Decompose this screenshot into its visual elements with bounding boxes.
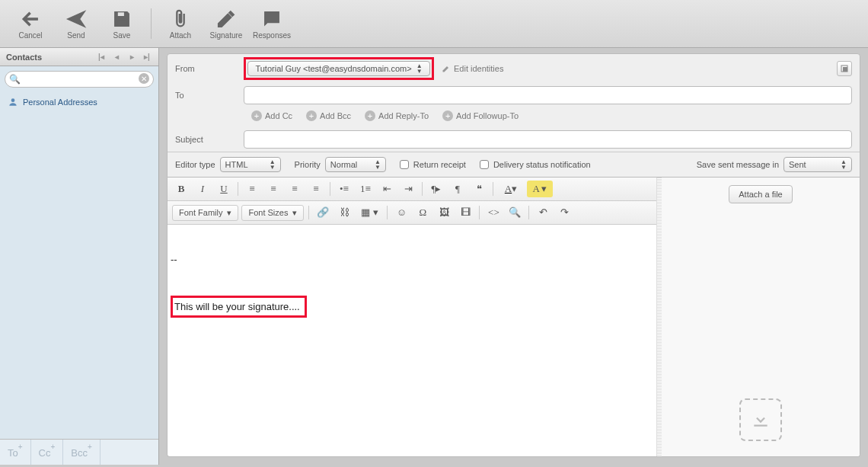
sidebar-footer: To+ Cc+ Bcc+ [0, 439, 158, 465]
save-in-select[interactable]: Sent ▲▼ [783, 157, 852, 172]
bullet-list-button[interactable]: •≡ [335, 181, 353, 197]
media-button[interactable]: 🎞 [456, 204, 474, 221]
dsn-checkbox[interactable] [480, 160, 489, 169]
options-row: Editor type HTML ▲▼ Priority Normal ▲▼ R… [168, 152, 860, 177]
subject-input[interactable] [244, 130, 852, 149]
signature-button[interactable]: Signature [203, 3, 249, 45]
nav-next-icon[interactable]: ▸ [126, 52, 137, 62]
underline-button[interactable]: U [215, 181, 233, 197]
align-left-button[interactable]: ≡ [243, 181, 261, 197]
contacts-sidebar: Contacts |◂ ◂ ▸ ▸| 🔍 ✕ Personal Addresse… [0, 48, 159, 465]
message-body[interactable]: -- This will be your signature.... [168, 225, 656, 456]
priority-select[interactable]: Normal ▲▼ [325, 157, 386, 172]
edit-identities-label: Edit identities [454, 64, 503, 73]
unlink-button[interactable]: ⛓ [335, 204, 353, 221]
edit-identities-link[interactable]: Edit identities [442, 64, 503, 73]
to-label: To [175, 91, 244, 100]
save-button[interactable]: Save [99, 3, 145, 45]
blockquote-button[interactable]: ❝ [470, 181, 488, 197]
rte-toolbar-2: Font Family▾ Font Sizes▾ 🔗 ⛓ ▦ ▾ ☺ Ω 🖼 🎞… [168, 201, 656, 225]
separator [528, 206, 529, 219]
sidebar-title: Contacts [6, 53, 42, 62]
separator [330, 182, 330, 196]
separator [308, 206, 309, 219]
sidebar-header: Contacts |◂ ◂ ▸ ▸| [0, 48, 158, 66]
ltr-button[interactable]: ¶▸ [427, 181, 445, 197]
add-header-links: +Add Cc +Add Bcc +Add Reply-To +Add Foll… [168, 107, 860, 127]
send-button[interactable]: Send [53, 3, 99, 45]
font-size-select[interactable]: Font Sizes▾ [241, 205, 304, 221]
select-arrows-icon: ▲▼ [270, 159, 276, 170]
return-receipt-checkbox[interactable] [400, 160, 409, 169]
paperclip-icon [170, 8, 191, 30]
align-justify-button[interactable]: ≡ [307, 181, 325, 197]
number-list-button[interactable]: 1≡ [356, 181, 375, 197]
nav-prev-icon[interactable]: ◂ [111, 52, 122, 62]
redo-button[interactable]: ↷ [555, 204, 573, 221]
from-highlight: Tutorial Guy <test@easydnsdomain.com> ▲▼ [244, 57, 434, 80]
table-button[interactable]: ▦ ▾ [356, 204, 382, 221]
pencil-icon [442, 64, 451, 73]
italic-button[interactable]: I [193, 181, 212, 197]
addressbook-list: Personal Addresses [0, 92, 158, 439]
drop-zone[interactable] [739, 398, 782, 441]
indent-button[interactable]: ⇥ [399, 181, 417, 197]
nav-first-icon[interactable]: |◂ [96, 52, 107, 62]
rte-toolbar-1: B I U ≡ ≡ ≡ ≡ •≡ 1≡ ⇤ ⇥ ¶▸ ¶ ❝ [168, 178, 656, 201]
nav-last-icon[interactable]: ▸| [142, 52, 152, 62]
svg-point-0 [11, 98, 15, 102]
to-input[interactable] [244, 86, 852, 104]
search-input[interactable] [5, 71, 154, 88]
editor-type-label: Editor type [175, 160, 215, 169]
add-cc-button[interactable]: Cc+ [31, 440, 64, 465]
popout-button[interactable] [837, 61, 852, 76]
from-select[interactable]: Tutorial Guy <test@easydnsdomain.com> ▲▼ [247, 61, 430, 76]
rtl-button[interactable]: ¶ [448, 181, 467, 197]
addressbook-item-label: Personal Addresses [23, 98, 97, 107]
addressbook-item-personal[interactable]: Personal Addresses [0, 92, 158, 112]
plus-icon: + [251, 110, 262, 121]
undo-button[interactable]: ↶ [534, 204, 552, 221]
add-followup-link[interactable]: +Add Followup-To [442, 110, 519, 121]
separator [387, 206, 388, 219]
add-cc-link[interactable]: +Add Cc [251, 110, 292, 121]
separator [422, 182, 423, 196]
attach-label: Attach [170, 31, 191, 40]
image-button[interactable]: 🖼 [435, 204, 453, 221]
add-to-button[interactable]: To+ [0, 440, 31, 465]
find-button[interactable]: 🔍 [506, 204, 524, 221]
bold-button[interactable]: B [172, 181, 190, 197]
select-arrows-icon: ▲▼ [375, 159, 381, 170]
bg-color-button[interactable]: A ▾ [527, 181, 553, 197]
plus-icon: + [306, 110, 317, 121]
separator [493, 182, 493, 196]
add-bcc-button[interactable]: Bcc+ [63, 440, 101, 465]
align-center-button[interactable]: ≡ [264, 181, 282, 197]
link-button[interactable]: 🔗 [314, 204, 332, 221]
add-replyto-link[interactable]: +Add Reply-To [365, 110, 429, 121]
align-right-button[interactable]: ≡ [286, 181, 304, 197]
font-family-select[interactable]: Font Family▾ [172, 205, 238, 221]
editor-wrapper: B I U ≡ ≡ ≡ ≡ •≡ 1≡ ⇤ ⇥ ¶▸ ¶ ❝ [167, 178, 860, 457]
responses-button[interactable]: Responses [249, 3, 295, 45]
svg-rect-2 [843, 67, 847, 72]
clear-search-icon[interactable]: ✕ [139, 73, 149, 84]
cancel-button[interactable]: Cancel [8, 3, 53, 45]
back-arrow-icon [20, 8, 41, 30]
attach-button[interactable]: Attach [158, 3, 203, 45]
outdent-button[interactable]: ⇤ [378, 181, 396, 197]
text-color-button[interactable]: A ▾ [498, 181, 524, 197]
from-value: Tutorial Guy <test@easydnsdomain.com> [255, 64, 411, 73]
attach-file-button[interactable]: Attach a file [729, 185, 792, 203]
attach-file-label: Attach a file [739, 190, 782, 199]
plus-icon: + [442, 110, 453, 121]
editor-type-select[interactable]: HTML ▲▼ [220, 157, 281, 172]
editor-column: B I U ≡ ≡ ≡ ≡ •≡ 1≡ ⇤ ⇥ ¶▸ ¶ ❝ [168, 178, 657, 456]
specialchar-button[interactable]: Ω [413, 204, 432, 221]
select-arrows-icon: ▲▼ [416, 63, 423, 74]
signature-label: Signature [210, 31, 243, 40]
add-bcc-link[interactable]: +Add Bcc [306, 110, 351, 121]
emoji-button[interactable]: ☺ [392, 204, 410, 221]
code-button[interactable]: <> [484, 204, 503, 221]
save-in-label: Save sent message in [697, 160, 779, 169]
